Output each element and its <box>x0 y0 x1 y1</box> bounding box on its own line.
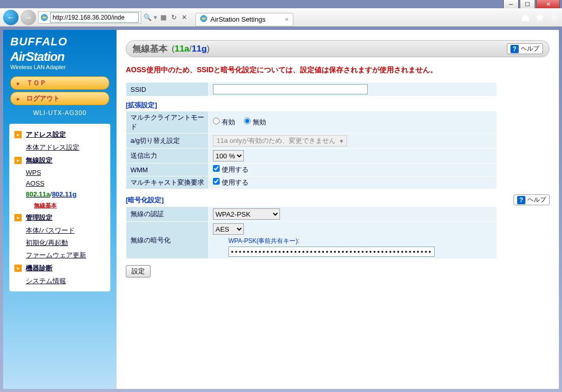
main-content: 無線基本 (11a/11g) ?ヘルプ AOSS使用中のため、SSIDと暗号化設… <box>117 30 559 389</box>
multiclient-enable-radio[interactable] <box>213 118 220 124</box>
help-button[interactable]: ?ヘルプ <box>507 43 543 54</box>
ie-icon <box>41 14 48 21</box>
nav-wireless-basic[interactable]: 無線基本 <box>34 202 57 208</box>
enc-settings-table: 無線の認証 WPA2-PSK 無線の暗号化 AES WPA-PSK(事前共有キー… <box>126 206 497 259</box>
product-name: AirStation <box>3 50 117 64</box>
multiclient-label: マルチクライアントモード <box>126 111 209 134</box>
help-icon: ? <box>510 45 519 53</box>
warning-text: AOSS使用中のため、SSIDと暗号化設定については、設定値は保存されますが使用… <box>126 66 550 75</box>
ssid-input[interactable] <box>213 84 368 94</box>
page-title-bar: 無線基本 (11a/11g) ?ヘルプ <box>126 40 550 57</box>
url-bar[interactable] <box>38 11 141 24</box>
model-label: WLI-UTX-AG300 <box>3 107 117 121</box>
bullet-icon: ▸ <box>14 265 22 272</box>
stop-icon[interactable]: ✕ <box>180 13 188 22</box>
nav-password[interactable]: 本体/パスワード <box>26 226 75 234</box>
wmm-checkbox[interactable] <box>213 165 220 172</box>
bullet-icon: ▸ <box>14 214 22 221</box>
nav-wireless[interactable]: 無線設定 <box>26 156 53 165</box>
home-icon[interactable] <box>521 13 530 22</box>
nav-diag[interactable]: 機器診断 <box>26 264 53 273</box>
multicast-checkbox[interactable] <box>213 178 220 185</box>
browser-tab[interactable]: AirStation Settings × <box>195 13 293 26</box>
nav-80211g[interactable]: 802.11g <box>52 190 77 198</box>
ie-icon <box>200 15 207 24</box>
auth-label: 無線の認証 <box>126 207 209 222</box>
txpower-select[interactable]: 100 % <box>213 150 244 161</box>
svg-point-2 <box>553 16 556 19</box>
nav-address[interactable]: アドレス設定 <box>26 130 66 139</box>
psk-label: WPA-PSK(事前共有キー): <box>228 237 492 246</box>
refresh-icon[interactable]: ↻ <box>170 13 178 22</box>
nav-aoss[interactable]: AOSS <box>26 179 44 187</box>
bullet-icon: ▸ <box>14 157 22 164</box>
tab-title: AirStation Settings <box>210 15 266 23</box>
enc-label: 無線の暗号化 <box>126 222 209 259</box>
multiclient-disable-radio[interactable] <box>244 118 251 124</box>
nav-wps[interactable]: WPS <box>26 169 41 176</box>
search-icon[interactable]: 🔍 <box>143 13 152 22</box>
nav-firmware[interactable]: ファームウェア更新 <box>26 251 86 259</box>
url-input[interactable] <box>50 12 139 23</box>
ag-switch-label: a/g切り替え設定 <box>126 134 209 149</box>
ssid-label: SSID <box>126 83 209 96</box>
nav-sysinfo[interactable]: システム情報 <box>26 277 66 285</box>
ag-switch-select: 11a onlyが有効のため、変更できません▾ <box>213 135 347 146</box>
nav-forward-button[interactable]: → <box>21 10 36 25</box>
enc-section-header: [暗号化設定] <box>126 195 164 205</box>
nav-back-button[interactable]: ← <box>3 10 19 25</box>
product-sub: Wireless LAN Adapter <box>3 64 117 74</box>
multicast-label: マルチキャスト変換要求 <box>126 176 209 189</box>
nav-admin[interactable]: 管理設定 <box>26 213 53 222</box>
tools-icon[interactable] <box>550 13 559 22</box>
submit-button[interactable]: 設定 <box>126 265 151 277</box>
help-icon: ? <box>517 196 525 204</box>
nav-panel: ▸アドレス設定 本体アドレス設定 ▸無線設定 WPS AOSS 802.11a/… <box>9 124 110 291</box>
ext-settings-table: マルチクライアントモード 有効 無効 a/g切り替え設定 11a onlyが有効… <box>126 111 497 189</box>
brand-logo: BUFFALO <box>3 33 117 50</box>
nav-local-address[interactable]: 本体アドレス設定 <box>26 143 79 151</box>
browser-toolbar: ← → 🔍 ▾ ▦ ↻ ✕ AirStation Settings × <box>0 8 562 27</box>
sidebar: BUFFALO AirStation Wireless LAN Adapter … <box>3 30 117 389</box>
logout-button[interactable]: ログアウト <box>10 92 109 105</box>
nav-80211a[interactable]: 802.11a <box>26 190 50 198</box>
page-title: 無線基本 <box>133 43 168 55</box>
tab-close-icon[interactable]: × <box>285 15 289 23</box>
nav-reboot[interactable]: 初期化/再起動 <box>26 239 68 247</box>
ssid-table: SSID <box>126 82 497 96</box>
window-titlebar: ─ ☐ ✕ <box>0 0 562 8</box>
auth-select[interactable]: WPA2-PSK <box>213 208 280 220</box>
top-button[interactable]: ＴＯＰ <box>10 76 109 90</box>
wmm-label: WMM <box>126 164 209 176</box>
compat-icon[interactable]: ▦ <box>159 13 168 22</box>
enc-select[interactable]: AES <box>213 223 244 235</box>
bullet-icon: ▸ <box>14 131 22 138</box>
help-button-enc[interactable]: ?ヘルプ <box>514 194 550 205</box>
txpower-label: 送信出力 <box>126 149 209 164</box>
ext-section-header: [拡張設定] <box>126 101 550 110</box>
favorites-icon[interactable] <box>535 13 544 22</box>
psk-input[interactable] <box>228 247 435 257</box>
